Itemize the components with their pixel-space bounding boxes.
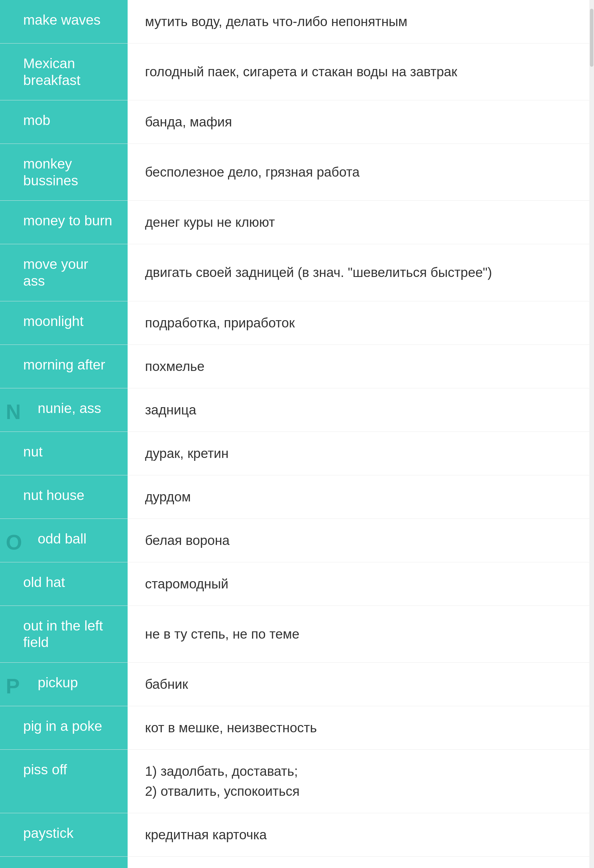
entry-term: old hat: [23, 574, 65, 590]
entry-right-cell: бесполезное дело, грязная работа: [128, 144, 594, 201]
table-row: nut houseдурдом: [0, 475, 594, 519]
entry-right-cell: белая ворона: [128, 519, 594, 562]
entry-left-cell: move your ass: [0, 244, 128, 301]
table-row: piss off1) задолбать, доставать; 2) отва…: [0, 750, 594, 813]
table-row: moonlightподработка, приработок: [0, 301, 594, 345]
entry-right-cell: не в ту степь, не по теме: [128, 606, 594, 662]
entry-term: paystick: [23, 825, 73, 841]
entry-left-cell: old hat: [0, 562, 128, 605]
table-row: nutдурак, кретин: [0, 432, 594, 475]
entry-left-cell: money to burn: [0, 201, 128, 244]
entry-right-cell: дурдом: [128, 475, 594, 518]
entry-right-cell: старомодный: [128, 562, 594, 605]
section-letter: P: [6, 674, 20, 698]
entry-left-cell: pig in a poke: [0, 706, 128, 749]
entry-term: odd ball: [38, 531, 86, 546]
entry-left-cell: moonlight: [0, 301, 128, 344]
entry-left-cell: pooped out: [0, 857, 128, 868]
entry-translation: мутить воду, делать что-либо непонятным: [145, 12, 408, 32]
entry-left-cell: out in the left field: [0, 606, 128, 662]
entry-term: piss off: [23, 762, 67, 777]
entry-term: Mexican breakfast: [23, 56, 80, 88]
entry-term: monkey bussines: [23, 156, 78, 188]
entry-left-cell: Ppickup: [0, 663, 128, 706]
table-row: Mexican breakfastголодный паек, сигарета…: [0, 43, 594, 100]
entry-right-cell: 1) задолбать, доставать; 2) отвалить, ус…: [128, 750, 594, 813]
table-row: make wavesмутить воду, делать что-либо н…: [0, 0, 594, 43]
table-row: Oodd ballбелая ворона: [0, 519, 594, 562]
entry-translation: кот в мешке, неизвестность: [145, 718, 317, 738]
table-row: out in the left fieldне в ту степь, не п…: [0, 606, 594, 663]
section-letter: O: [6, 530, 22, 554]
table-row: mobбанда, мафия: [0, 100, 594, 144]
entry-translation: бабник: [145, 674, 188, 694]
entry-left-cell: Nnunie, ass: [0, 388, 128, 431]
entry-right-cell: денег куры не клюют: [128, 201, 594, 244]
entry-left-cell: nut: [0, 432, 128, 475]
entry-term: pickup: [38, 675, 78, 690]
scrollbar-thumb[interactable]: [590, 9, 593, 67]
entry-left-cell: nut house: [0, 475, 128, 518]
table-row: move your assдвигать своей задницей (в з…: [0, 244, 594, 301]
entry-term: nunie, ass: [38, 400, 101, 416]
table-row: old hatстаромодный: [0, 562, 594, 606]
table-row: paystickкредитная карточка: [0, 813, 594, 857]
table-row: morning afterпохмелье: [0, 345, 594, 388]
entry-term: move your ass: [23, 256, 88, 289]
entry-term: moonlight: [23, 313, 84, 329]
entry-translation: 1) задолбать, доставать; 2) отвалить, ус…: [145, 761, 300, 801]
entry-term: out in the left field: [23, 618, 103, 650]
entry-left-cell: morning after: [0, 345, 128, 388]
entry-left-cell: paystick: [0, 813, 128, 856]
entry-right-cell: кредитная карточка: [128, 813, 594, 856]
entry-right-cell: задница: [128, 388, 594, 431]
table-row: money to burnденег куры не клюют: [0, 201, 594, 244]
entry-right-cell: дурак, кретин: [128, 432, 594, 475]
main-container: make wavesмутить воду, делать что-либо н…: [0, 0, 594, 868]
entry-left-cell: piss off: [0, 750, 128, 813]
entry-term: make waves: [23, 12, 100, 28]
entry-left-cell: mob: [0, 100, 128, 143]
entry-term: nut: [23, 444, 43, 459]
entry-translation: дурак, кретин: [145, 443, 229, 464]
table-row: Ppickupбабник: [0, 663, 594, 706]
table-row: pooped outвыдохнуться, быть выжатым как …: [0, 857, 594, 868]
entry-left-cell: monkey bussines: [0, 144, 128, 201]
entry-translation: голодный паек, сигарета и стакан воды на…: [145, 62, 457, 82]
section-letter: N: [6, 400, 21, 424]
entry-term: money to burn: [23, 213, 112, 228]
table-row: monkey bussinesбесполезное дело, грязная…: [0, 144, 594, 201]
entry-term: morning after: [23, 357, 105, 372]
entry-translation: белая ворона: [145, 530, 230, 551]
entry-right-cell: подработка, приработок: [128, 301, 594, 344]
entry-translation: банда, мафия: [145, 112, 232, 132]
entry-right-cell: бабник: [128, 663, 594, 706]
entry-translation: бесполезное дело, грязная работа: [145, 162, 360, 182]
entry-translation: не в ту степь, не по теме: [145, 624, 299, 644]
entry-translation: задница: [145, 400, 197, 420]
entry-translation: денег куры не клюют: [145, 212, 275, 232]
entry-translation: двигать своей задницей (в знач. "шевелит…: [145, 263, 492, 282]
entry-left-cell: Oodd ball: [0, 519, 128, 562]
entry-term: nut house: [23, 487, 84, 503]
entry-left-cell: Mexican breakfast: [0, 43, 128, 100]
entry-right-cell: выдохнуться, быть выжатым как лимон: [128, 857, 594, 868]
scrollbar[interactable]: [590, 0, 594, 868]
entry-translation: старомодный: [145, 574, 229, 594]
table-row: Nnunie, assзадница: [0, 388, 594, 432]
entry-term: pig in a poke: [23, 718, 102, 734]
entry-right-cell: двигать своей задницей (в знач. "шевелит…: [128, 244, 594, 301]
entry-right-cell: мутить воду, делать что-либо непонятным: [128, 0, 594, 43]
entry-translation: похмелье: [145, 356, 204, 376]
entry-right-cell: голодный паек, сигарета и стакан воды на…: [128, 43, 594, 100]
entry-right-cell: банда, мафия: [128, 100, 594, 143]
entry-translation: кредитная карточка: [145, 825, 267, 845]
entry-term: mob: [23, 112, 50, 128]
entry-translation: подработка, приработок: [145, 313, 295, 333]
entry-translation: дурдом: [145, 487, 191, 507]
entry-right-cell: похмелье: [128, 345, 594, 388]
entry-left-cell: make waves: [0, 0, 128, 43]
entry-right-cell: кот в мешке, неизвестность: [128, 706, 594, 749]
table-row: pig in a pokeкот в мешке, неизвестность: [0, 706, 594, 750]
